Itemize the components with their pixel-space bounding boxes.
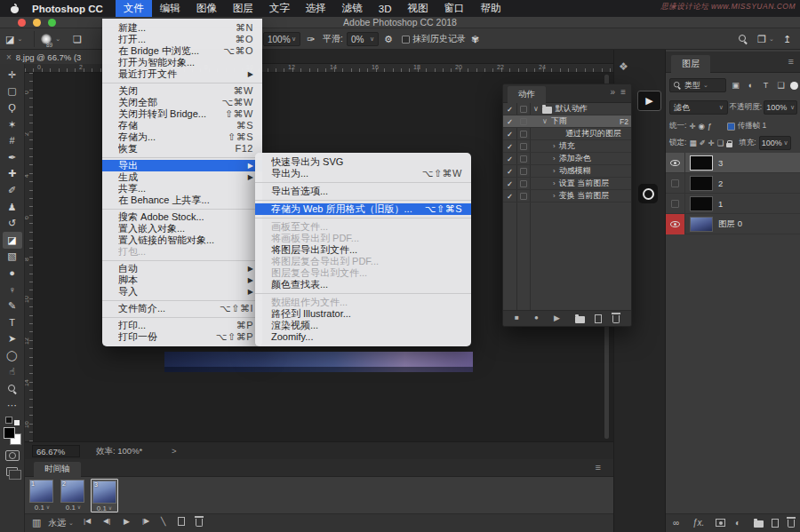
collapsed-panel-icon-a[interactable]: ❖ bbox=[619, 60, 628, 73]
dialog-toggle-box[interactable] bbox=[516, 180, 530, 187]
check-icon[interactable]: ✓ bbox=[503, 117, 516, 126]
filter-shape-layers-icon[interactable]: ❑ bbox=[775, 81, 787, 90]
unify-visibility-icon[interactable]: ◉ bbox=[699, 122, 705, 131]
smoothing-dropdown[interactable]: 0% ∨ bbox=[347, 28, 379, 50]
menubar-item-选择[interactable]: 选择 bbox=[298, 0, 334, 17]
smoothing-options-button[interactable]: ⚙ bbox=[384, 28, 393, 50]
menubar-item-文字[interactable]: 文字 bbox=[261, 0, 298, 17]
brush-preset-picker[interactable]: 89 ⌄ bbox=[41, 28, 60, 50]
submenu-item-color-lookup-tables[interactable]: 颜色查找表... bbox=[255, 279, 471, 290]
menubar-item-窗口[interactable]: 窗口 bbox=[436, 0, 473, 17]
menubar-item-视图[interactable]: 视图 bbox=[400, 0, 436, 17]
path-selection-tool[interactable]: ➤ bbox=[3, 331, 22, 348]
new-set-button[interactable] bbox=[575, 314, 585, 325]
ellipse-tool[interactable]: ◯ bbox=[3, 347, 22, 364]
file-menu-item-print[interactable]: 打印...⌘P bbox=[102, 320, 262, 331]
lock-all-icon[interactable] bbox=[726, 143, 732, 147]
gradient-tool[interactable]: ▧ bbox=[3, 249, 22, 266]
healing-brush-tool[interactable]: ✚ bbox=[3, 166, 22, 183]
pen-tool[interactable]: ✎ bbox=[3, 298, 22, 314]
file-menu-item-close-and-go-to-bridge[interactable]: 关闭并转到 Bridge...⇧⌘W bbox=[102, 108, 262, 120]
new-action-button[interactable] bbox=[595, 314, 602, 325]
layer-filter-type-dropdown[interactable]: 类型 ⌄ bbox=[669, 78, 726, 92]
search-button[interactable] bbox=[739, 28, 748, 50]
zoom-level-field[interactable]: 66.67% bbox=[32, 445, 80, 457]
menubar-item-3D[interactable]: 3D bbox=[371, 0, 400, 17]
file-menu-item-search-adobe-stock[interactable]: 搜索 Adobe Stock... bbox=[102, 211, 262, 223]
play-selection-button[interactable]: ▶ bbox=[637, 91, 661, 111]
actions-panel-menu-icon[interactable]: ≡ bbox=[620, 87, 626, 97]
file-menu-item-close-all[interactable]: 关闭全部⌥⌘W bbox=[102, 97, 262, 108]
status-expand-arrow[interactable]: > bbox=[172, 446, 177, 456]
layer-visibility-toggle[interactable] bbox=[666, 173, 685, 194]
crop-tool[interactable]: # bbox=[3, 132, 22, 149]
marquee-tool[interactable]: ▢ bbox=[3, 83, 22, 100]
brush-tool[interactable]: ✐ bbox=[3, 182, 22, 199]
submenu-item-quick-export-as-svg[interactable]: 快速导出为 SVG bbox=[255, 156, 471, 168]
link-layers-button[interactable]: ∞ bbox=[673, 518, 679, 528]
step-layer-via-copy[interactable]: ✓通过拷贝的图层 bbox=[503, 128, 632, 140]
timeline-panel-menu-icon[interactable]: ≡ bbox=[596, 462, 601, 472]
disclosure-open-icon[interactable]: ∨ bbox=[533, 105, 539, 113]
menubar-item-图层[interactable]: 图层 bbox=[225, 0, 261, 17]
file-menu-item-import[interactable]: 导入▶ bbox=[102, 286, 262, 298]
filter-type-layers-icon[interactable]: T bbox=[760, 81, 772, 90]
disclosure-closed-icon[interactable]: › bbox=[553, 167, 556, 175]
timeline-frame-3[interactable]: 30.1∨ bbox=[91, 479, 118, 512]
step-fill[interactable]: ✓›填充 bbox=[503, 140, 632, 153]
file-menu-item-save[interactable]: 存储⌘S bbox=[102, 120, 262, 131]
frame-delay-dropdown[interactable]: 0.1∨ bbox=[29, 504, 55, 512]
submenu-item-export-as[interactable]: 导出为...⌥⇧⌘W bbox=[255, 168, 471, 179]
step-transform-current-layer[interactable]: ✓›变换 当前图层 bbox=[503, 190, 632, 202]
dialog-toggle-box[interactable] bbox=[516, 131, 530, 138]
delete-frame-button[interactable] bbox=[196, 516, 203, 527]
step-set-current-layer[interactable]: ✓›设置 当前图层 bbox=[503, 178, 632, 190]
new-group-button[interactable] bbox=[754, 519, 764, 529]
check-icon[interactable]: ✓ bbox=[503, 155, 516, 163]
play-animation-button[interactable]: ▶ bbox=[124, 517, 130, 526]
file-menu-item-scripts[interactable]: 脚本▶ bbox=[102, 274, 262, 286]
action-rain[interactable]: ✓∨下雨F2 bbox=[503, 115, 632, 128]
clone-stamp-tool[interactable]: ♟ bbox=[3, 199, 22, 216]
dialog-toggle-box[interactable] bbox=[516, 118, 530, 125]
tab-timeline[interactable]: 时间轴 bbox=[34, 462, 81, 477]
menubar-item-滤镜[interactable]: 滤镜 bbox=[334, 0, 371, 17]
filter-adjustment-layers-icon[interactable]: ◐ bbox=[745, 81, 756, 90]
layer-visibility-toggle[interactable] bbox=[666, 214, 685, 234]
lock-transparency-icon[interactable]: ▦ bbox=[689, 139, 696, 147]
delete-layer-button[interactable] bbox=[788, 517, 795, 529]
airbrush-button[interactable]: ✾ bbox=[471, 28, 479, 50]
dodge-tool[interactable]: ♀ bbox=[3, 282, 22, 298]
timeline-frame-2[interactable]: 20.1∨ bbox=[60, 479, 87, 512]
file-menu-item-file-info[interactable]: 文件简介...⌥⇧⌘I bbox=[102, 303, 262, 314]
type-tool[interactable]: T bbox=[3, 314, 22, 331]
submenu-item-paths-to-illustrator[interactable]: 路径到 Illustrator... bbox=[255, 308, 471, 320]
lock-artboard-icon[interactable]: ❏ bbox=[717, 139, 724, 147]
frame-delay-dropdown[interactable]: 0.1∨ bbox=[60, 504, 86, 512]
dialog-toggle-box[interactable] bbox=[516, 193, 530, 200]
unify-style-icon[interactable]: ƒ bbox=[708, 122, 712, 131]
submenu-item-layers-to-files[interactable]: 将图层导出到文件... bbox=[255, 244, 471, 256]
close-window-button[interactable] bbox=[18, 19, 26, 27]
file-menu-item-new[interactable]: 新建...⌘N bbox=[102, 22, 262, 34]
file-menu-item-automate[interactable]: 自动▶ bbox=[102, 263, 262, 274]
propagate-frame-checkbox[interactable] bbox=[727, 123, 735, 131]
first-frame-button[interactable]: |◀ bbox=[84, 517, 91, 525]
step-add-noise[interactable]: ✓›添加杂色 bbox=[503, 153, 632, 165]
zoom-tool[interactable] bbox=[3, 380, 22, 397]
tab-layers[interactable]: 图层 bbox=[671, 55, 710, 73]
blur-tool[interactable]: ● bbox=[3, 265, 22, 282]
lasso-tool[interactable]: Ϙ bbox=[3, 99, 22, 116]
toggle-brush-panel-button[interactable]: ❏ bbox=[73, 28, 82, 50]
add-mask-button[interactable] bbox=[716, 519, 725, 528]
tween-button[interactable]: ╲ bbox=[161, 517, 165, 526]
layer-style-button[interactable]: ƒx. bbox=[692, 518, 704, 528]
file-menu-item-place-embedded[interactable]: 置入嵌入对象... bbox=[102, 223, 262, 234]
delete-action-button[interactable] bbox=[612, 313, 620, 325]
close-tab-icon[interactable]: × bbox=[6, 52, 12, 62]
record-button[interactable]: ● bbox=[534, 314, 539, 322]
dialog-toggle-box[interactable] bbox=[516, 143, 530, 150]
file-menu-item-share[interactable]: 共享... bbox=[102, 183, 262, 195]
submenu-item-export-preferences[interactable]: 导出首选项... bbox=[255, 186, 471, 197]
lock-position-icon[interactable]: ✛ bbox=[708, 139, 715, 147]
